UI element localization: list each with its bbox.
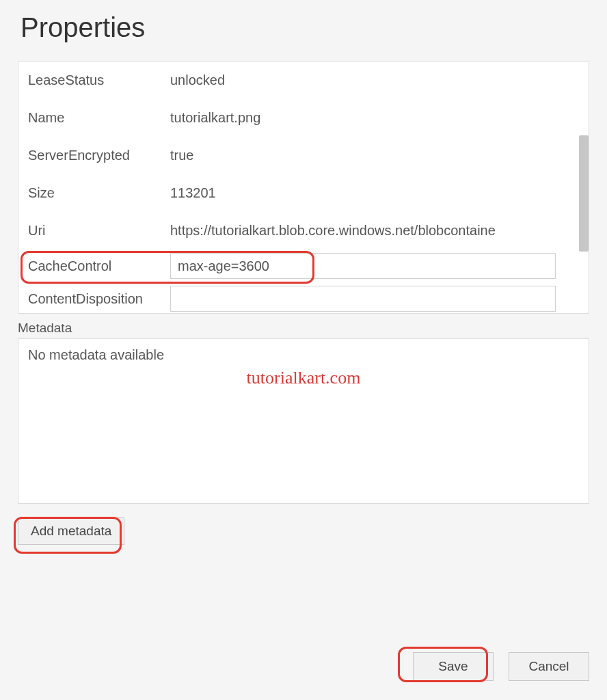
- property-value: https://tutorialkart.blob.core.windows.n…: [170, 223, 579, 239]
- property-label: LeaseStatus: [28, 72, 170, 88]
- scrollbar-thumb[interactable]: [579, 135, 589, 252]
- property-row-cachecontrol: CacheControl: [18, 250, 589, 282]
- property-row-leasestatus: LeaseStatus unlocked: [18, 62, 589, 99]
- footer-buttons: Save Cancel: [413, 652, 589, 681]
- property-value: true: [170, 148, 579, 163]
- property-value: unlocked: [170, 72, 579, 88]
- cachecontrol-input[interactable]: [170, 253, 556, 279]
- property-row-size: Size 113201: [18, 174, 589, 212]
- cancel-button[interactable]: Cancel: [509, 652, 589, 681]
- add-metadata-button[interactable]: Add metadata: [18, 517, 124, 545]
- property-label: CacheControl: [28, 258, 170, 274]
- property-label: Size: [28, 185, 170, 201]
- contentdisposition-input[interactable]: [170, 286, 556, 312]
- metadata-section-label: Metadata: [18, 321, 589, 336]
- metadata-panel: No metadata available tutorialkart.com: [18, 338, 589, 504]
- properties-panel: LeaseStatus unlocked Name tutorialkart.p…: [18, 61, 589, 314]
- property-row-name: Name tutorialkart.png: [18, 99, 589, 137]
- property-value: tutorialkart.png: [170, 110, 579, 126]
- page-title: Properties: [21, 12, 589, 43]
- property-label: ServerEncrypted: [28, 148, 170, 163]
- property-label: Uri: [28, 223, 170, 239]
- property-row-uri: Uri https://tutorialkart.blob.core.windo…: [18, 212, 589, 250]
- save-button[interactable]: Save: [413, 652, 494, 681]
- property-value: 113201: [170, 185, 579, 201]
- property-row-contentdisposition: ContentDisposition: [18, 282, 589, 314]
- property-row-serverencrypted: ServerEncrypted true: [18, 137, 589, 174]
- watermark-text: tutorialkart.com: [247, 368, 361, 388]
- properties-table: LeaseStatus unlocked Name tutorialkart.p…: [18, 62, 589, 314]
- property-label: Name: [28, 110, 170, 126]
- metadata-empty-text: No metadata available: [28, 347, 579, 363]
- property-label: ContentDisposition: [28, 291, 170, 307]
